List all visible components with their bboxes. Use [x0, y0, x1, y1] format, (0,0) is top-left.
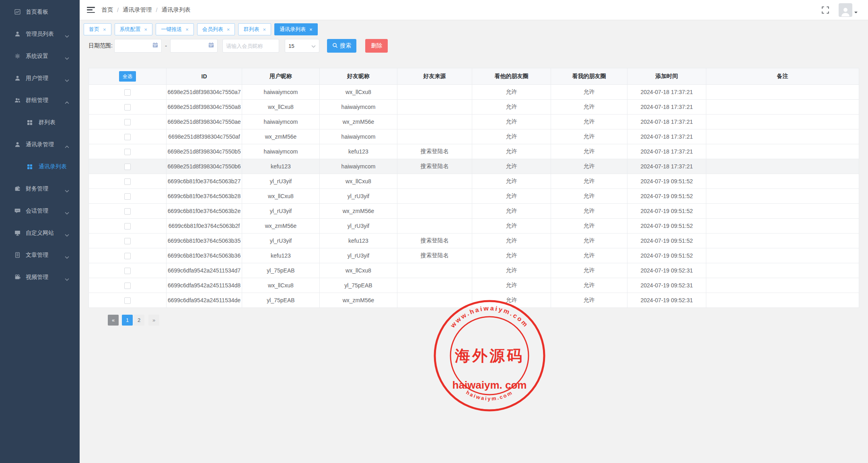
delete-button[interactable]: 删除: [365, 39, 388, 53]
sidebar-item-label: 群列表: [39, 119, 80, 126]
close-icon[interactable]: ×: [144, 27, 148, 32]
cell-remark: [706, 189, 859, 204]
table-header-row: 全选 ID 用户昵称 好友昵称 好友来源 看他的朋友圈 看我的朋友圈 添加时间 …: [89, 68, 859, 85]
next-page-button[interactable]: »: [148, 315, 159, 326]
sidebar-item-group-list[interactable]: 群列表: [0, 111, 80, 133]
sidebar-item-contact-list[interactable]: 通讯录列表: [0, 156, 80, 178]
close-icon[interactable]: ×: [227, 27, 230, 32]
close-icon[interactable]: ×: [309, 27, 313, 32]
sidebar-item-system-settings[interactable]: 系统设置: [0, 45, 80, 67]
cell-source: [397, 189, 472, 204]
row-checkbox[interactable]: [124, 119, 131, 125]
chevron-down-icon[interactable]: [854, 12, 858, 15]
contact-icon: [14, 141, 21, 148]
cell-remark: [706, 129, 859, 144]
sidebar-item-finance[interactable]: 财务管理: [0, 178, 80, 200]
cell-friend: wx_zmM56e: [320, 115, 397, 129]
row-checkbox[interactable]: [124, 164, 131, 170]
cell-source: [397, 85, 472, 100]
sidebar-item-label: 通讯录管理: [26, 141, 65, 148]
sidebar-item-contacts[interactable]: 通讯录管理: [0, 133, 80, 156]
search-button[interactable]: 搜索: [327, 39, 356, 53]
cell-source: [397, 278, 472, 293]
close-icon[interactable]: ×: [263, 27, 266, 32]
table-row: 6699c6b81f0e3764c5063b28wx_llCxu8yl_rU3y…: [89, 189, 859, 204]
breadcrumb-section[interactable]: 通讯录管理: [123, 6, 152, 14]
cell-friend: yl_75pEAB: [320, 278, 397, 293]
cell-remark: [706, 159, 859, 174]
row-checkbox[interactable]: [124, 208, 131, 215]
page-2-button[interactable]: 2: [134, 315, 144, 326]
col-header-id: ID: [167, 68, 242, 85]
cell-user: kefu123: [242, 248, 320, 263]
breadcrumb: 首页 / 通讯录管理 / 通讯录列表: [101, 6, 191, 14]
row-checkbox[interactable]: [124, 253, 131, 259]
tab-contact-list[interactable]: 通讯录列表×: [274, 23, 318, 35]
row-checkbox[interactable]: [124, 193, 131, 200]
cell-source: [397, 293, 472, 308]
row-checkbox[interactable]: [124, 223, 131, 229]
sidebar-item-videos[interactable]: 视频管理: [0, 266, 80, 288]
tab-member-list[interactable]: 会员列表×: [197, 23, 235, 35]
filter-bar: 日期范围: - 15 搜索 删除: [88, 39, 868, 53]
row-checkbox[interactable]: [124, 178, 131, 185]
cell-time: 2024-07-19 09:52:31: [627, 278, 706, 293]
cell-time: 2024-07-19 09:51:52: [627, 189, 706, 204]
date-from-input[interactable]: [118, 43, 152, 49]
cell-see_my: 允许: [551, 204, 627, 219]
sidebar-item-dashboard[interactable]: 首页看板: [0, 1, 80, 23]
page-size-select[interactable]: 15: [285, 39, 319, 53]
nickname-field[interactable]: [222, 39, 279, 53]
row-checkbox[interactable]: [124, 268, 131, 274]
table-body: 6698e251d8f398304c7550a7haiwaiymcomwx_ll…: [89, 85, 859, 308]
sidebar-item-sessions[interactable]: 会话管理: [0, 200, 80, 222]
col-header-user: 用户昵称: [242, 68, 320, 85]
fullscreen-icon[interactable]: [822, 6, 829, 14]
cell-see_my: 允许: [551, 174, 627, 189]
cell-time: 2024-07-19 09:51:52: [627, 234, 706, 248]
cell-friend: yl_rU3yif: [320, 189, 397, 204]
row-checkbox[interactable]: [124, 89, 131, 96]
date-to-field[interactable]: [170, 39, 218, 53]
prev-page-button[interactable]: «: [108, 315, 119, 326]
page-1-button[interactable]: 1: [122, 315, 133, 326]
sidebar-item-groups[interactable]: 群组管理: [0, 89, 80, 111]
cell-friend: yl_rU3yif: [320, 219, 397, 234]
close-icon[interactable]: ×: [185, 27, 189, 32]
cell-see_his: 允许: [472, 85, 551, 100]
sidebar-item-custom-site[interactable]: 自定义网站: [0, 222, 80, 244]
tab-group-list[interactable]: 群列表×: [238, 23, 271, 35]
cell-source: [397, 204, 472, 219]
sidebar-item-users[interactable]: 用户管理: [0, 67, 80, 89]
close-icon[interactable]: ×: [103, 27, 106, 32]
menu-toggle-icon[interactable]: [87, 7, 95, 13]
sidebar-item-admins[interactable]: 管理员列表: [0, 23, 80, 45]
sidebar-item-articles[interactable]: 文章管理: [0, 244, 80, 266]
tab-system-config[interactable]: 系统配置×: [115, 23, 153, 35]
cell-see_my: 允许: [551, 144, 627, 159]
date-from-field[interactable]: [114, 39, 162, 53]
row-checkbox[interactable]: [124, 297, 131, 304]
tab-home[interactable]: 首页×: [84, 23, 111, 35]
sidebar-item-label: 首页看板: [26, 8, 80, 16]
row-checkbox[interactable]: [124, 283, 131, 289]
row-checkbox[interactable]: [124, 238, 131, 244]
cell-user: yl_rU3yif: [242, 204, 320, 219]
cell-friend: yl_rU3yif: [320, 248, 397, 263]
tab-push[interactable]: 一键推送×: [156, 23, 194, 35]
cell-source: [397, 219, 472, 234]
cell-see_his: 允许: [472, 293, 551, 308]
calendar-icon[interactable]: [208, 42, 214, 49]
nickname-input[interactable]: [226, 43, 276, 49]
calendar-icon[interactable]: [152, 42, 158, 49]
breadcrumb-home[interactable]: 首页: [101, 6, 113, 14]
sidebar-item-label: 文章管理: [26, 252, 65, 259]
row-checkbox[interactable]: [124, 149, 131, 155]
select-all-button[interactable]: 全选: [119, 71, 136, 82]
avatar[interactable]: [839, 3, 852, 17]
cell-user: wx_llCxu8: [242, 189, 320, 204]
row-checkbox[interactable]: [124, 134, 131, 140]
row-checkbox[interactable]: [124, 104, 131, 111]
cell-see_my: 允许: [551, 100, 627, 115]
date-to-input[interactable]: [174, 43, 208, 49]
